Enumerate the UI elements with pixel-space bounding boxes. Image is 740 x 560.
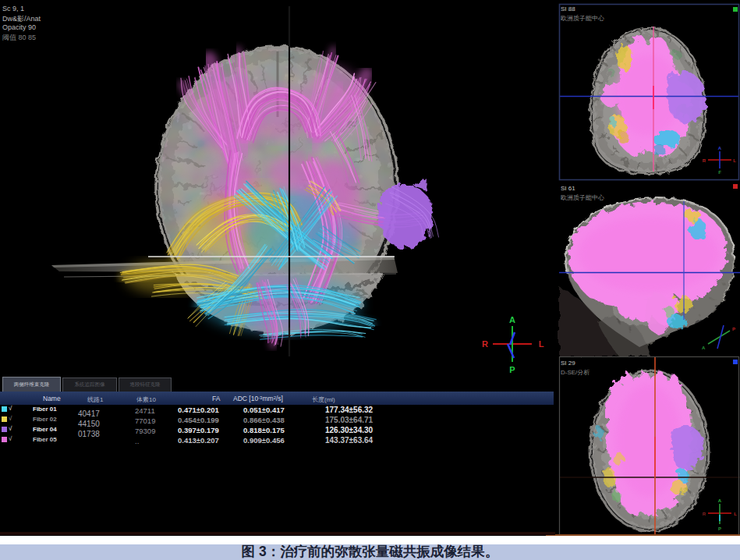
svg-text:SI 61: SI 61 — [561, 185, 575, 192]
svg-text:L: L — [734, 512, 737, 516]
svg-text:R: R — [703, 512, 706, 516]
svg-text:欧洲质子能中心: 欧洲质子能中心 — [561, 194, 604, 201]
svg-text:R: R — [703, 158, 706, 163]
svg-text:P: P — [732, 327, 735, 331]
svg-text:SI 88: SI 88 — [561, 5, 575, 12]
svg-text:F: F — [718, 170, 721, 175]
svg-text:P: P — [718, 526, 721, 531]
svg-text:SI 29: SI 29 — [561, 360, 575, 367]
svg-text:A: A — [718, 146, 722, 151]
svg-text:L: L — [733, 158, 736, 163]
svg-text:A: A — [702, 346, 706, 350]
svg-text:欧洲质子能中心: 欧洲质子能中心 — [561, 15, 604, 22]
svg-text:D-SE/分析: D-SE/分析 — [561, 369, 590, 376]
svg-text:A: A — [718, 498, 722, 503]
